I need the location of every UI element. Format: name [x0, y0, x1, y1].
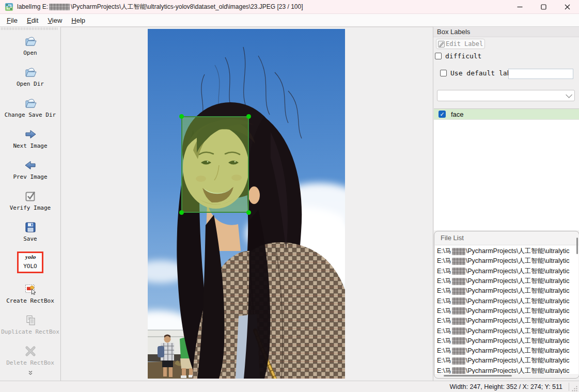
- prev-image-button[interactable]: Prev Image: [0, 154, 60, 185]
- bounding-box-face[interactable]: [181, 116, 249, 213]
- file-list-item[interactable]: E:\马 \PycharmProjects\人工智能\ultralytic: [435, 276, 578, 286]
- toolbar-extension-button[interactable]: [28, 368, 33, 378]
- face-label-text: face: [451, 111, 464, 118]
- duplicate-rectbox-button[interactable]: Duplicate RectBox: [0, 309, 60, 340]
- redacted-path-segment: [452, 357, 465, 365]
- file-list-item[interactable]: E:\马 \PycharmProjects\人工智能\ultralytic: [435, 346, 578, 356]
- bbox-handle-nw[interactable]: [179, 114, 184, 119]
- file-list-item[interactable]: E:\马 \PycharmProjects\人工智能\ultralytic: [435, 296, 578, 306]
- open-button[interactable]: Open: [0, 30, 60, 61]
- file-list-item[interactable]: E:\马 \PycharmProjects\人工智能\ultralytic: [435, 246, 578, 256]
- menu-view[interactable]: View: [43, 15, 67, 26]
- file-list-vertical-scrollbar[interactable]: [576, 238, 578, 254]
- photo-23-jpeg[interactable]: [148, 29, 345, 379]
- yolo-red-highlight-box: yolo YOLO: [17, 252, 43, 273]
- use-default-label-row[interactable]: Use default label: [440, 69, 519, 77]
- label-list-item-face[interactable]: ✓ face: [434, 109, 579, 120]
- file-list-item[interactable]: E:\马 \PycharmProjects\人工智能\ultralytic: [435, 266, 578, 276]
- chevron-down-icon: [566, 91, 572, 98]
- double-chevron-down-icon: [28, 370, 33, 375]
- redacted-path-segment: [452, 367, 465, 374]
- verify-checkbox-icon: [24, 190, 37, 203]
- close-icon: [565, 4, 570, 10]
- default-label-input[interactable]: [508, 69, 573, 79]
- maximize-button[interactable]: [531, 0, 555, 14]
- duplicate-rectbox-icon: [24, 313, 37, 327]
- file-list-item[interactable]: E:\马 \PycharmProjects\人工智能\ultralytic: [435, 356, 578, 366]
- next-image-button[interactable]: Next Image: [0, 123, 60, 154]
- face-checked-checkbox[interactable]: ✓: [439, 111, 446, 118]
- redacted-path-segment: [452, 297, 465, 305]
- verify-image-button[interactable]: Verify Image: [0, 185, 60, 216]
- redacted-path-segment: [452, 278, 465, 285]
- redacted-path-segment: [49, 4, 70, 10]
- resize-grip[interactable]: [571, 385, 578, 391]
- toolbar: Open Open Dir Change Save Dir: [0, 27, 61, 381]
- window-title: labelImg E:\PycharmProjects\人工智能\ultraly…: [17, 3, 303, 11]
- difficult-checkbox-row[interactable]: difficult: [435, 52, 481, 60]
- file-list-dock: File List E:\马 \PycharmProjects\人工智能\ult…: [434, 231, 579, 379]
- file-list-item[interactable]: E:\马 \PycharmProjects\人工智能\ultralytic: [435, 326, 578, 336]
- prev-arrow-icon: [24, 159, 37, 172]
- redacted-path-segment: [452, 318, 465, 325]
- file-list-item[interactable]: E:\马 \PycharmProjects\人工智能\ultralytic: [435, 336, 578, 346]
- file-list-item[interactable]: E:\马 \PycharmProjects\人工智能\ultralytic: [435, 256, 578, 266]
- redacted-path-segment: [452, 327, 465, 335]
- maximize-icon: [541, 4, 546, 10]
- redacted-path-segment: [452, 337, 465, 344]
- redacted-path-segment: [452, 348, 465, 355]
- difficult-checkbox[interactable]: [435, 53, 442, 59]
- use-default-label-checkbox[interactable]: [440, 70, 447, 76]
- image-canvas[interactable]: [61, 27, 433, 381]
- open-dir-folder-icon: [24, 66, 37, 79]
- file-list-item[interactable]: E:\马 \PycharmProjects\人工智能\ultralytic: [435, 286, 578, 296]
- label-combobox[interactable]: [437, 90, 575, 101]
- open-dir-button[interactable]: Open Dir: [0, 61, 60, 92]
- change-save-dir-folder-icon: [24, 97, 37, 110]
- minimize-button[interactable]: [508, 0, 531, 14]
- edit-pencil-icon: [437, 40, 445, 48]
- yolo-format-button[interactable]: yolo YOLO: [0, 247, 60, 278]
- next-arrow-icon: [24, 128, 37, 141]
- redacted-path-segment: [452, 258, 465, 265]
- create-rectbox-button[interactable]: Create RectBox: [0, 278, 60, 309]
- change-save-dir-button[interactable]: Change Save Dir: [0, 92, 60, 123]
- file-list-item[interactable]: E:\马 \PycharmProjects\人工智能\ultralytic: [435, 366, 578, 374]
- create-rectbox-icon: [24, 283, 37, 296]
- box-labels-header: Box Labels: [433, 27, 579, 37]
- redacted-path-segment: [452, 307, 465, 315]
- close-button[interactable]: [555, 0, 579, 14]
- edit-label-button[interactable]: Edit Label: [436, 39, 485, 49]
- status-separator: [569, 383, 569, 391]
- save-button[interactable]: Save: [0, 216, 60, 247]
- bbox-handle-se[interactable]: [246, 210, 251, 215]
- minimize-icon: [517, 4, 523, 10]
- menu-help[interactable]: Help: [67, 15, 90, 26]
- file-list-header: File List: [434, 231, 579, 244]
- yolo-format-icon: yolo: [25, 255, 36, 260]
- file-list-item[interactable]: E:\马 \PycharmProjects\人工智能\ultralytic: [435, 316, 578, 326]
- delete-rectbox-button[interactable]: Delete RectBox: [0, 340, 60, 371]
- menu-file[interactable]: File: [2, 15, 22, 26]
- box-label-list: ✓ face: [434, 108, 579, 230]
- cursor-coordinates-status: Width: 247, Height: 352 / X: 274; Y: 511: [450, 383, 562, 390]
- menu-edit[interactable]: Edit: [22, 15, 43, 26]
- bbox-handle-ne[interactable]: [246, 114, 251, 119]
- title-bar: labelImg E:\PycharmProjects\人工智能\ultraly…: [0, 0, 579, 14]
- delete-rectbox-icon: [24, 344, 37, 358]
- redacted-path-segment: [452, 288, 465, 295]
- open-folder-icon: [24, 35, 37, 48]
- redacted-path-segment: [452, 248, 465, 255]
- file-list-item[interactable]: E:\马 \PycharmProjects\人工智能\ultralytic: [435, 306, 578, 316]
- bbox-handle-sw[interactable]: [179, 210, 184, 215]
- file-list: E:\马 \PycharmProjects\人工智能\ultralytic E:…: [435, 245, 578, 374]
- menu-bar: File Edit View Help: [0, 14, 579, 27]
- labelimg-app-icon: [5, 3, 13, 11]
- status-bar: Width: 247, Height: 352 / X: 274; Y: 511: [0, 381, 579, 392]
- save-floppy-icon: [24, 221, 37, 234]
- right-panel: Box Labels Edit Label difficult Use defa…: [433, 27, 579, 381]
- redacted-path-segment: [452, 268, 465, 275]
- file-list-horizontal-scrollbar[interactable]: [444, 375, 512, 377]
- difficult-label: difficult: [445, 52, 481, 60]
